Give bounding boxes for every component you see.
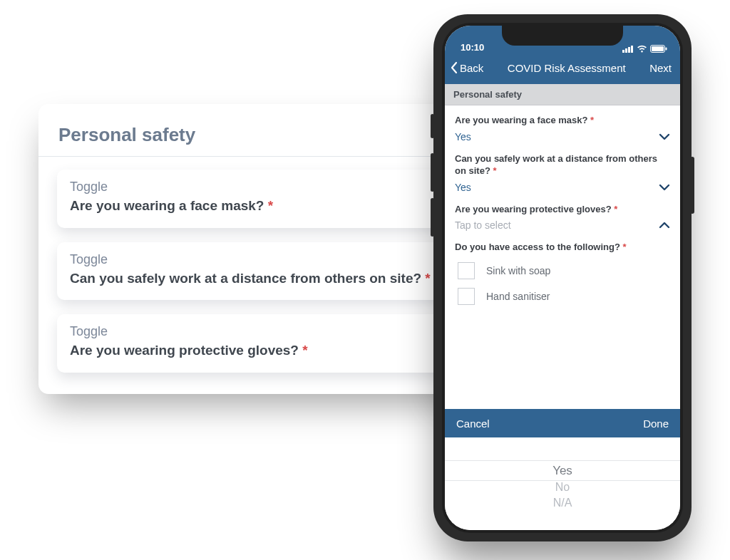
required-marker: * <box>590 115 594 125</box>
field-card[interactable]: Toggle Can you safely work at a distance… <box>57 242 466 301</box>
picker-line <box>445 460 680 461</box>
dropdown-field[interactable]: Yes <box>455 131 670 142</box>
battery-icon <box>650 45 667 53</box>
phone-screen: 10:10 Back COVID Risk Assessment Next Pe… <box>445 26 680 530</box>
form-content: Are you wearing a face mask? * Yes Can y… <box>445 105 680 323</box>
chevron-left-icon <box>449 61 459 74</box>
chevron-down-icon <box>659 133 670 141</box>
field-question-text: Are you wearing a face mask? <box>70 198 264 213</box>
phone-side-button <box>690 157 694 214</box>
question-text: Do you have access to the following? <box>455 242 620 252</box>
checkbox-row[interactable]: Sink with soap <box>455 258 670 284</box>
required-marker: * <box>623 242 627 252</box>
divider <box>38 156 484 157</box>
phone-frame: 10:10 Back COVID Risk Assessment Next Pe… <box>433 14 692 541</box>
cellular-icon <box>622 45 634 53</box>
phone-volume-down <box>431 198 434 237</box>
done-button[interactable]: Done <box>643 418 669 430</box>
field-question: Are you wearing protective gloves? * <box>70 342 453 360</box>
wifi-icon <box>637 45 647 53</box>
svg-rect-1 <box>625 48 627 53</box>
status-time: 10:10 <box>461 42 484 53</box>
checkbox[interactable] <box>458 288 475 305</box>
field-type-label: Toggle <box>70 324 453 339</box>
phone-mute-switch <box>431 114 434 138</box>
field-card[interactable]: Toggle Are you wearing protective gloves… <box>57 314 466 373</box>
question-label: Are you wearing protective gloves? * <box>455 203 670 216</box>
required-marker: * <box>614 204 617 214</box>
picker-option[interactable]: No <box>555 479 570 495</box>
question-text: Are you wearing protective gloves? <box>455 204 612 214</box>
svg-rect-5 <box>652 46 664 51</box>
required-marker: * <box>302 343 307 358</box>
next-button[interactable]: Next <box>649 62 672 74</box>
question-block: Are you wearing a face mask? * Yes <box>455 114 670 142</box>
nav-bar: Back COVID Risk Assessment Next <box>445 54 680 84</box>
field-type-label: Toggle <box>70 180 453 195</box>
dropdown-value: Yes <box>455 182 471 193</box>
svg-rect-3 <box>631 46 633 53</box>
picker-wheel[interactable]: Yes No N/A <box>445 437 680 530</box>
field-type-label: Toggle <box>70 252 453 267</box>
field-card[interactable]: Toggle Are you wearing a face mask? * <box>57 170 466 228</box>
dropdown-field[interactable]: Tap to select <box>455 219 670 231</box>
dropdown-placeholder: Tap to select <box>455 219 511 231</box>
dropdown-value: Yes <box>455 131 471 142</box>
form-builder-card: Personal safety Toggle Are you wearing a… <box>38 104 484 394</box>
phone-volume-up <box>431 153 434 192</box>
required-marker: * <box>268 198 273 213</box>
field-question: Can you safely work at a distance from o… <box>70 270 453 288</box>
picker-option[interactable]: N/A <box>553 495 572 511</box>
chevron-down-icon <box>659 183 670 192</box>
question-block: Are you wearing protective gloves? * Tap… <box>455 203 670 232</box>
back-label: Back <box>460 62 483 74</box>
question-block: Do you have access to the following? * S… <box>455 241 670 309</box>
question-label: Do you have access to the following? * <box>455 241 670 254</box>
checkbox-label: Hand sanitiser <box>486 291 550 302</box>
field-question: Are you wearing a face mask? * <box>70 197 453 215</box>
checkbox-row[interactable]: Hand sanitiser <box>455 284 670 309</box>
chevron-up-icon <box>659 221 670 229</box>
question-block: Can you safely work at a distance from o… <box>455 152 670 193</box>
back-button[interactable]: Back <box>449 61 483 74</box>
picker-option[interactable]: Yes <box>552 463 572 479</box>
phone-inner: 10:10 Back COVID Risk Assessment Next Pe… <box>442 23 683 533</box>
required-marker: * <box>493 165 496 176</box>
phone-notch <box>502 26 623 46</box>
checkbox-label: Sink with soap <box>486 265 550 276</box>
section-title: Personal safety <box>57 120 466 156</box>
cancel-button[interactable]: Cancel <box>456 418 490 430</box>
svg-rect-2 <box>628 47 630 53</box>
field-question-text: Are you wearing protective gloves? <box>70 343 299 358</box>
status-indicators <box>622 45 667 53</box>
svg-rect-6 <box>666 48 667 51</box>
question-label: Can you safely work at a distance from o… <box>455 152 670 177</box>
nav-title: COVID Risk Assessment <box>508 62 626 74</box>
required-marker: * <box>425 271 430 286</box>
question-label: Are you wearing a face mask? * <box>455 114 670 127</box>
question-text: Are you wearing a face mask? <box>455 115 587 125</box>
picker-line <box>445 480 680 481</box>
dropdown-field[interactable]: Yes <box>455 182 670 193</box>
question-text: Can you safely work at a distance from o… <box>455 153 657 177</box>
section-header: Personal safety <box>445 84 680 105</box>
svg-rect-0 <box>622 50 624 53</box>
picker-toolbar: Cancel Done <box>445 409 680 437</box>
checkbox[interactable] <box>458 262 475 279</box>
field-question-text: Can you safely work at a distance from o… <box>70 271 421 286</box>
